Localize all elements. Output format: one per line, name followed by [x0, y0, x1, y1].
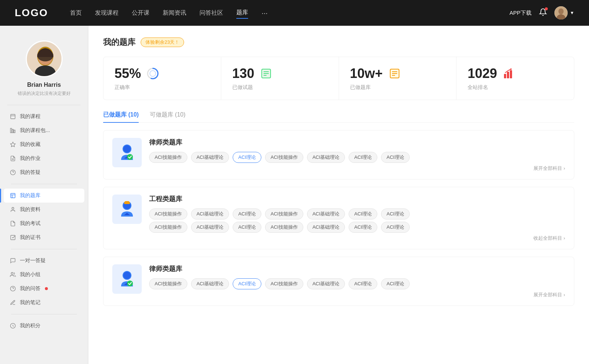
lawyer-tags-2: ACI技能操作 ACI基础理论 ACI理论 ACI技能操作 ACI基础理论 AC…	[149, 278, 565, 289]
tag-item[interactable]: ACI理论	[349, 208, 377, 220]
my-question-bank-icon	[10, 192, 16, 199]
header-avatar-chevron: ▼	[570, 10, 574, 15]
sidebar-item-my-course-package[interactable]: 我的课程包...	[4, 124, 84, 138]
tag-item[interactable]: ACI技能操作	[149, 152, 187, 163]
page-body: Brian Harris 错误的决定比没有决定要好 我的课程 我的课程包...	[0, 26, 589, 364]
tag-item[interactable]: ACI技能操作	[265, 208, 303, 220]
tag-item[interactable]: ACI理论	[349, 222, 377, 233]
tag-item[interactable]: ACI基础理论	[307, 208, 345, 220]
my-questions-icon	[10, 285, 16, 292]
svg-rect-10	[10, 128, 11, 133]
stat-ranking-label: 全站排名	[468, 84, 563, 91]
sidebar-divider-4	[11, 314, 77, 314]
stat-done-questions-value: 130	[232, 66, 254, 81]
svg-rect-22	[11, 235, 15, 240]
page-title: 我的题库	[103, 37, 135, 48]
my-course-package-label: 我的课程包...	[20, 127, 50, 134]
my-favorites-label: 我的收藏	[20, 141, 40, 148]
nav-open-course[interactable]: 公开课	[132, 8, 149, 18]
stat-accuracy-value: 55%	[114, 66, 141, 81]
tag-item-active[interactable]: ACI理论	[233, 152, 261, 163]
nav-question-bank[interactable]: 题库	[236, 7, 248, 19]
tag-item[interactable]: ACI理论	[381, 208, 410, 220]
tag-item[interactable]: ACI基础理论	[307, 222, 345, 233]
sidebar-item-my-qa[interactable]: 我的答疑	[4, 165, 84, 179]
header-avatar	[554, 6, 568, 19]
sidebar-item-my-exam[interactable]: 我的考试	[4, 217, 84, 231]
one-on-one-icon	[10, 257, 16, 264]
my-favorites-icon	[10, 141, 16, 148]
stats-row: 55% 正确率 130	[103, 57, 574, 100]
expand-link-2[interactable]: 展开全部科目 ›	[149, 292, 565, 298]
sidebar-item-my-homework[interactable]: 我的作业	[4, 151, 84, 165]
sidebar-item-my-questions[interactable]: 我的问答	[4, 282, 84, 296]
tag-item[interactable]: ACI基础理论	[307, 278, 345, 289]
tag-item[interactable]: ACI理论	[233, 222, 261, 233]
user-avatar-sidebar	[26, 40, 63, 77]
my-points-icon	[10, 322, 16, 329]
sidebar-item-my-group[interactable]: 我的小组	[4, 268, 84, 282]
sidebar-item-my-notes[interactable]: 我的笔记	[4, 296, 84, 310]
app-download-btn[interactable]: APP下载	[509, 10, 532, 17]
tag-item[interactable]: ACI理论	[349, 152, 377, 163]
tag-item[interactable]: ACI技能操作	[265, 222, 303, 233]
tag-item-active[interactable]: ACI理论	[233, 278, 261, 289]
collapse-link-engineer[interactable]: 收起全部科目 ›	[149, 235, 565, 242]
my-points-label: 我的积分	[20, 322, 40, 329]
tab-done-banks[interactable]: 已做题库 (10)	[103, 111, 139, 122]
done-questions-icon	[260, 67, 273, 80]
subject-card-engineer: 工程类题库 ACI技能操作 ACI基础理论 ACI理论 ACI技能操作 ACI基…	[103, 187, 574, 249]
expand-link-1[interactable]: 展开全部科目 ›	[149, 165, 565, 172]
tag-item[interactable]: ACI基础理论	[307, 152, 345, 163]
notification-bell[interactable]	[539, 8, 547, 18]
user-avatar-header[interactable]: ▼	[554, 6, 574, 19]
nav-news[interactable]: 新闻资讯	[163, 8, 186, 18]
stat-accuracy-top: 55%	[114, 66, 210, 81]
sidebar-item-my-favorites[interactable]: 我的收藏	[4, 138, 84, 151]
svg-rect-12	[14, 130, 15, 133]
sidebar: Brian Harris 错误的决定比没有决定要好 我的课程 我的课程包...	[0, 26, 88, 364]
tag-item[interactable]: ACI技能操作	[149, 222, 187, 233]
tag-item[interactable]: ACI理论	[381, 278, 410, 289]
stat-done-questions: 130 已做试题	[221, 57, 339, 100]
tag-item[interactable]: ACI理论	[381, 152, 410, 163]
tag-item[interactable]: ACI理论	[233, 208, 261, 220]
header: LOGO 首页 发现课程 公开课 新闻资讯 问答社区 题库 ··· APP下载	[0, 0, 589, 26]
tag-item[interactable]: ACI基础理论	[191, 222, 229, 233]
sidebar-item-one-on-one[interactable]: 一对一答疑	[4, 254, 84, 268]
lawyer-content-2: 律师类题库 ACI技能操作 ACI基础理论 ACI理论 ACI技能操作 ACI基…	[149, 264, 565, 298]
page-title-row: 我的题库 体验剩余23天！	[103, 37, 574, 48]
nav-home[interactable]: 首页	[70, 8, 82, 18]
tag-item[interactable]: ACI技能操作	[265, 278, 303, 289]
tag-item[interactable]: ACI基础理论	[191, 278, 229, 289]
sidebar-item-my-course[interactable]: 我的课程	[4, 110, 84, 124]
my-qa-label: 我的答疑	[20, 169, 40, 176]
one-on-one-label: 一对一答疑	[20, 257, 46, 264]
tag-item[interactable]: ACI理论	[349, 278, 377, 289]
sidebar-item-my-certificate[interactable]: 我的证书	[4, 231, 84, 245]
header-right: APP下载 ▼	[509, 6, 574, 19]
tag-item[interactable]: ACI技能操作	[149, 208, 187, 220]
my-exam-icon	[10, 220, 16, 227]
stat-done-banks-top: 10w+	[350, 66, 445, 81]
tab-available-banks[interactable]: 可做题库 (10)	[150, 111, 186, 122]
tag-item[interactable]: ACI理论	[381, 222, 410, 233]
sidebar-item-my-profile[interactable]: 我的资料	[4, 203, 84, 217]
subject-card-lawyer-2: 律师类题库 ACI技能操作 ACI基础理论 ACI理论 ACI技能操作 ACI基…	[103, 257, 574, 306]
tag-item[interactable]: ACI技能操作	[149, 278, 187, 289]
tag-item[interactable]: ACI基础理论	[191, 208, 229, 220]
nav-more[interactable]: ···	[261, 7, 268, 19]
sidebar-item-my-points[interactable]: 我的积分	[4, 319, 84, 333]
tag-item[interactable]: ACI技能操作	[265, 152, 303, 163]
tag-item[interactable]: ACI基础理论	[191, 152, 229, 163]
sidebar-divider-1	[7, 105, 81, 105]
my-homework-label: 我的作业	[20, 155, 40, 162]
sidebar-item-my-question-bank[interactable]: 我的题库	[4, 189, 84, 203]
nav-discover[interactable]: 发现课程	[95, 8, 119, 18]
nav-qa[interactable]: 问答社区	[200, 8, 223, 18]
svg-point-29	[150, 71, 156, 76]
stat-accuracy: 55% 正确率	[103, 57, 221, 100]
lawyer-title-2: 律师类题库	[149, 264, 565, 273]
svg-rect-40	[504, 74, 506, 78]
stat-ranking: 1029 全站排名	[456, 57, 574, 100]
